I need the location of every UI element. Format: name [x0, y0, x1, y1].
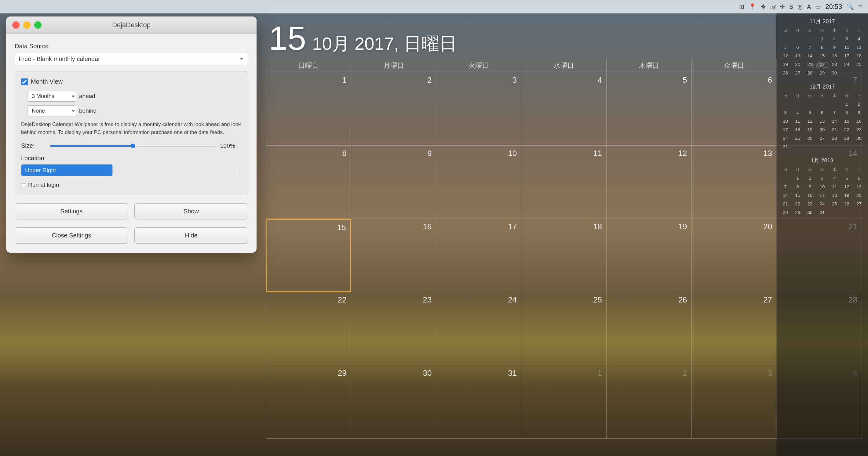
behind-select[interactable]: None 1 Month 2 Months 3 Months: [27, 105, 76, 116]
calendar-cell: 12: [607, 145, 692, 219]
list-icon[interactable]: ≡: [858, 3, 862, 10]
mini-calendar-cell: 9: [829, 43, 840, 51]
description-text: DejaDesktop Calendar Wallpaper is free t…: [21, 121, 242, 136]
ahead-select[interactable]: 3 Months 1 Month 2 Months 4 Months None: [27, 91, 76, 102]
mini-weekday-header: 火: [804, 166, 816, 173]
close-button[interactable]: [12, 21, 20, 29]
mini-weekday-header: 水: [816, 166, 828, 173]
calendar-cell: 29: [266, 365, 351, 438]
mini-calendar-cell: [853, 69, 865, 77]
calendar-cell-number: 15: [271, 223, 346, 232]
mini-calendar-cell: 11: [792, 117, 804, 125]
hide-button[interactable]: Hide: [134, 227, 248, 243]
calendar-cell: 18: [521, 219, 607, 292]
weekday-header: 金曜日: [692, 59, 777, 72]
window-title: DejaDesktop: [112, 21, 151, 29]
location-select[interactable]: Upper Right Upper Left Lower Right Lower…: [21, 164, 113, 176]
mini-calendar-cell: 3: [816, 174, 828, 182]
run-at-login-checkbox[interactable]: [21, 183, 25, 187]
bottom-buttons-row: Close Settings Hide: [15, 227, 248, 243]
mini-calendar-cell: 8: [792, 183, 804, 191]
wifi-icon: ◎: [798, 3, 803, 10]
mini-calendar-cell: 26: [804, 134, 816, 142]
calendar-cell-number: 6: [696, 75, 772, 85]
mini-calendar-cell: 20: [792, 60, 804, 68]
size-slider[interactable]: [50, 145, 216, 147]
mini-calendar-cell: 25: [792, 134, 804, 142]
mini-calendar-cell: 6: [816, 108, 828, 117]
mini-calendar-cell: 29: [816, 69, 828, 77]
mini-weekday-header: 金: [841, 166, 853, 173]
mini-calendar-title: 1月 2018: [779, 157, 865, 164]
calendar-cell: 19: [607, 219, 692, 292]
mini-calendar-cell: 4: [853, 34, 865, 43]
month-view-label[interactable]: Month View: [21, 78, 63, 85]
location-label: Location:: [21, 155, 242, 162]
mini-calendar-cell: [779, 100, 791, 108]
mini-weekday-header: 月: [792, 27, 804, 34]
mini-calendar-cell: 9: [853, 108, 865, 117]
mini-calendar-cell: 23: [804, 200, 816, 208]
mini-calendar-cell: 5: [841, 174, 853, 182]
mini-calendar-cell: 15: [841, 117, 853, 125]
calendar-cell: 2: [607, 365, 692, 438]
mini-calendar-cell: 18: [829, 191, 840, 199]
calendar-cell-number: 17: [440, 222, 517, 231]
mini-weekday-header: 日: [779, 27, 791, 34]
maximize-button[interactable]: [34, 21, 41, 29]
calendar-cell: 13: [692, 145, 777, 219]
battery-icon: ▭: [815, 3, 821, 10]
mini-calendar-cell: [829, 100, 840, 108]
behind-label: behind: [79, 107, 96, 114]
calendar-cell-number: 11: [526, 149, 602, 158]
mini-calendar-cell: 14: [779, 191, 791, 199]
mini-calendar-grid: 日月火水木金土123456789101112131415161718192021…: [779, 27, 865, 77]
close-settings-button[interactable]: Close Settings: [15, 227, 128, 243]
calendar-cell-number: 29: [270, 368, 347, 378]
calendar-cell: 24: [436, 292, 521, 365]
mini-calendar-cell: 1: [841, 100, 853, 108]
mini-calendar-cell: 28: [829, 134, 840, 142]
search-icon[interactable]: 🔍: [846, 3, 854, 10]
mini-calendar-cell: [804, 142, 816, 151]
window-buttons: [12, 21, 41, 29]
weekday-header: 日曜日: [266, 59, 351, 72]
mini-calendar-cell: 22: [841, 125, 853, 134]
calendar-cell: 15: [266, 219, 351, 292]
calendar-cell-number: 23: [355, 295, 432, 304]
calendar-cell: 10: [436, 145, 521, 219]
calendar-cell-number: 3: [696, 368, 772, 378]
mini-calendar-cell: 27: [853, 200, 865, 208]
calendar-weekdays: 日曜日月曜日火曜日水曜日木曜日金曜日土曜日: [266, 59, 862, 72]
month-view-checkbox[interactable]: [21, 78, 28, 85]
monitor-icon: ⊞: [739, 3, 744, 10]
mini-calendar-cell: 18: [853, 52, 865, 60]
mini-calendar-cell: 6: [792, 43, 804, 51]
mini-calendar-cell: 16: [804, 191, 816, 199]
mini-calendar-cell: 20: [816, 125, 828, 134]
mini-calendar-cell: [829, 208, 840, 217]
mini-calendar-cell: 17: [779, 125, 791, 134]
minimize-button[interactable]: [23, 21, 31, 29]
calendar-cell: 4: [521, 72, 607, 145]
mini-calendar-cell: 1: [792, 174, 804, 182]
mini-calendar-cell: 28: [804, 69, 816, 77]
s-icon: S: [789, 3, 793, 10]
show-button[interactable]: Show: [134, 203, 248, 220]
mini-calendar-cell: 24: [841, 60, 853, 68]
mini-calendar-cell: 27: [792, 69, 804, 77]
mini-weekday-header: 土: [853, 27, 865, 34]
mini-calendar-cell: 4: [829, 174, 840, 182]
calendar-cell: 1: [266, 72, 351, 145]
mini-calendar-cell: 10: [779, 117, 791, 125]
mini-calendar-cell: 25: [853, 60, 865, 68]
mini-calendar-cell: 22: [792, 200, 804, 208]
menubar-right: ⊞ 📍 ❖ 𝒜 ✛ S ◎ A ▭ 20:53 🔍 ≡: [739, 3, 862, 11]
settings-button[interactable]: Settings: [15, 203, 128, 220]
mini-calendar-cell: [792, 142, 804, 151]
calendar-cell-number: 10: [440, 149, 517, 158]
calendar-body: 1234567891011121314151617181920212223242…: [266, 72, 862, 438]
mini-calendar-cell: 7: [829, 108, 840, 117]
location-select-wrap: Upper Right Upper Left Lower Right Lower…: [21, 164, 242, 176]
data-source-select[interactable]: Free - Blank monthly calendar: [15, 53, 248, 65]
